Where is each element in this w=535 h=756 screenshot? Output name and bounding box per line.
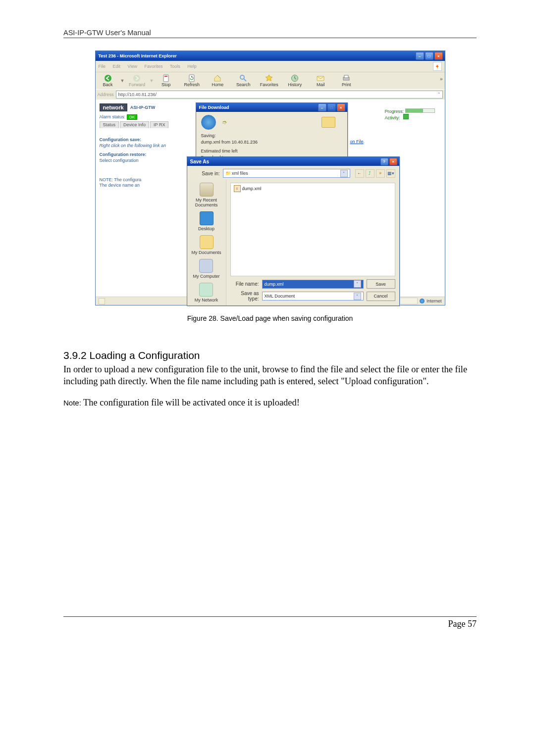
saving-label: Saving: (201, 133, 342, 139)
place-documents[interactable]: My Documents (191, 235, 221, 255)
minimize-button[interactable]: – (416, 52, 424, 60)
fd-close-button[interactable]: × (337, 103, 345, 111)
save-button[interactable]: Save (367, 279, 395, 289)
back-dropdown-icon[interactable]: ▼ (120, 78, 125, 83)
svg-point-0 (105, 75, 111, 82)
folder-small-icon: 📁 (225, 171, 231, 176)
search-button[interactable]: Search (234, 74, 253, 87)
address-field[interactable]: http://10.40.81.236/ ˅ (116, 91, 443, 99)
progress-meter: Progress: Activity: (384, 108, 434, 120)
place-desktop[interactable]: Desktop (198, 211, 214, 231)
file-item-label: dump.xml (242, 186, 262, 191)
file-list[interactable]: ≡ dump.xml (230, 183, 395, 276)
place-recent[interactable]: My Recent Documents (187, 183, 226, 207)
saving-file: dump.xml from 10.40.81.236 (201, 139, 342, 146)
folder-icon (321, 117, 335, 128)
mail-button[interactable]: Mail (311, 74, 330, 87)
file-item[interactable]: ≡ dump.xml (234, 185, 392, 192)
internet-zone-icon (420, 299, 425, 303)
section-heading: 3.9.2 Loading a Configuration (63, 350, 477, 361)
print-button[interactable]: Print (337, 74, 356, 87)
stop-button[interactable]: Stop (157, 74, 175, 87)
place-documents-label: My Documents (191, 250, 221, 255)
status-zone: Internet (427, 299, 442, 303)
history-icon (291, 74, 299, 82)
fd-minimize-button[interactable]: – (318, 103, 326, 111)
help-button[interactable]: ? (380, 158, 388, 165)
on-file-link[interactable]: on File (350, 139, 364, 144)
page-footer: Page 57 (63, 619, 477, 644)
up-nav-icon[interactable]: ⤴ (366, 169, 374, 178)
save-type-field[interactable]: XML Document ˅ (262, 292, 364, 301)
mail-label: Mail (317, 82, 325, 87)
status-left-icon (99, 298, 105, 304)
progress-bar (405, 108, 435, 113)
status-segment (400, 298, 418, 304)
note-label: Note: (63, 399, 81, 407)
doc-header: ASI-IP-GTW User's Manual (63, 29, 477, 37)
place-network[interactable]: My Network (195, 283, 218, 302)
svg-point-5 (240, 75, 244, 79)
note-text: NOTE: The configura The device name an (100, 177, 185, 188)
menubar: File Edit View Favorites Tools Help ✦ (96, 61, 445, 72)
chevron-down-icon[interactable]: ˅ (354, 280, 361, 288)
figure-caption: Figure 28. Save/Load page when saving co… (63, 314, 477, 322)
new-folder-icon[interactable]: ✶ (376, 169, 385, 178)
estimated-time-label: Estimated time left (201, 148, 342, 154)
place-desktop-label: Desktop (198, 226, 214, 231)
tab-device-info[interactable]: Device Info (120, 121, 149, 128)
file-name-field[interactable]: dump.xml ˅ (262, 280, 364, 289)
save-in-combo[interactable]: 📁 xml files ˅ (223, 169, 350, 178)
maximize-button[interactable]: □ (425, 52, 433, 60)
back-button[interactable]: Back (99, 74, 117, 87)
file-name-value: dump.xml (265, 282, 284, 287)
favorites-button[interactable]: Favorites (260, 74, 278, 87)
toolbar-overflow-icon[interactable]: » (440, 76, 443, 82)
place-computer-label: My Computer (193, 274, 219, 279)
ie-logo-icon: ✦ (433, 62, 442, 71)
menu-favorites[interactable]: Favorites (144, 64, 162, 69)
place-network-label: My Network (195, 298, 218, 302)
chevron-down-icon[interactable]: ˅ (340, 170, 348, 177)
views-icon[interactable]: ▦▾ (386, 169, 395, 178)
cancel-button[interactable]: Cancel (367, 292, 395, 301)
menu-tools[interactable]: Tools (170, 64, 180, 69)
menu-help[interactable]: Help (187, 64, 197, 69)
globe-icon (201, 115, 216, 130)
save-in-label: Save in: (191, 171, 220, 176)
place-computer[interactable]: My Computer (193, 259, 219, 279)
search-icon (239, 74, 247, 82)
config-save-subtext: Right click on the following link an (100, 143, 185, 148)
screenshot-figure: Test 236 - Microsoft Internet Explorer –… (63, 50, 477, 305)
close-button[interactable]: × (434, 52, 443, 60)
forward-icon (133, 74, 141, 82)
chevron-down-icon[interactable]: ˅ (438, 92, 440, 97)
menu-edit[interactable]: Edit (113, 64, 121, 69)
fd-maximize-button: □ (327, 103, 336, 111)
menu-view[interactable]: View (128, 64, 137, 69)
save-as-dialog: Save As ? × Save in: 📁 xml files (187, 156, 400, 306)
back-nav-icon[interactable]: ← (355, 169, 364, 178)
toolbar: Back ▼ Forward ▼ Stop (96, 72, 445, 89)
sa-close-button[interactable]: × (389, 158, 397, 165)
star-icon (265, 74, 273, 82)
stop-icon (162, 74, 170, 82)
history-label: History (288, 82, 302, 87)
svg-line-6 (244, 79, 246, 81)
mail-icon (317, 74, 324, 82)
tab-ip-rx[interactable]: IP RX (150, 121, 168, 128)
config-save-heading: Configuration save: (100, 137, 185, 142)
footer-rule (63, 616, 477, 617)
alarm-status-badge: OK (127, 114, 138, 120)
home-button[interactable]: Home (208, 74, 227, 87)
print-label: Print (342, 82, 351, 87)
address-label: Address (98, 92, 114, 97)
tab-status[interactable]: Status (100, 121, 119, 128)
note-body: The configuration file will be activated… (81, 398, 300, 407)
refresh-button[interactable]: Refresh (182, 74, 201, 87)
save-type-label: Save as type: (230, 291, 259, 302)
file-download-title: File Download (199, 105, 229, 110)
chevron-down-icon[interactable]: ˅ (354, 293, 361, 300)
menu-file[interactable]: File (99, 64, 106, 69)
history-button[interactable]: History (285, 74, 304, 87)
